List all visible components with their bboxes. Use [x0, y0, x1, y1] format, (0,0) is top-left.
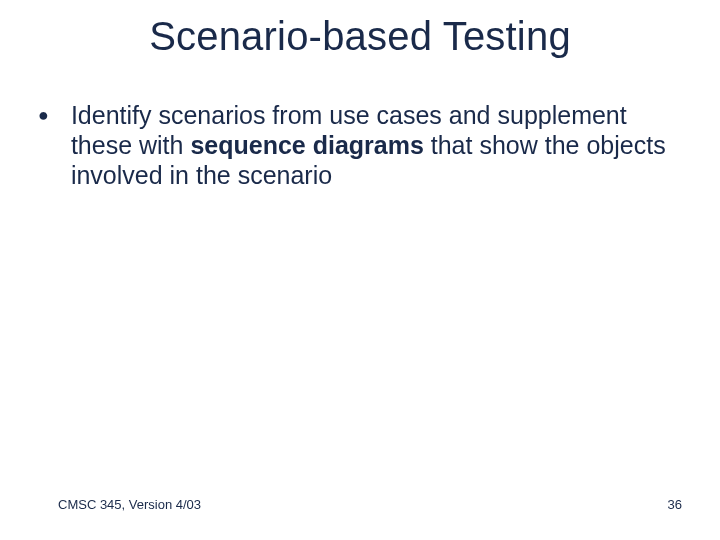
bullet-item: ● Identify scenarios from use cases and …	[38, 100, 670, 190]
bullet-text: Identify scenarios from use cases and su…	[71, 100, 670, 190]
slide-body: ● Identify scenarios from use cases and …	[38, 100, 670, 190]
slide: Scenario-based Testing ● Identify scenar…	[0, 0, 720, 540]
footer-page-number: 36	[668, 497, 682, 512]
bullet-text-bold: sequence diagrams	[190, 131, 423, 159]
bullet-dot-icon: ●	[38, 100, 49, 130]
footer-version: CMSC 345, Version 4/03	[58, 497, 201, 512]
slide-title: Scenario-based Testing	[0, 14, 720, 59]
